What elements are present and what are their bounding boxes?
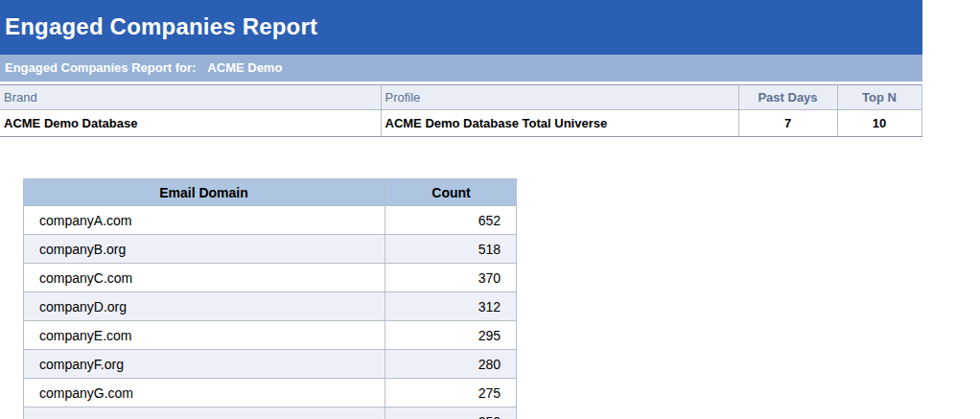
subbanner-label: Engaged Companies Report for:	[5, 60, 196, 75]
engaged-companies-table: Email Domain Count companyA.com 652 comp…	[23, 178, 517, 419]
column-header-top-n: Top N	[837, 85, 922, 110]
count-cell: 370	[385, 264, 517, 292]
page-title: Engaged Companies Report	[5, 13, 922, 41]
report-subbanner: Engaged Companies Report for:ACME Demo	[0, 55, 922, 81]
email-domain-cell: companyC.com	[24, 264, 385, 292]
top-n-value: 10	[837, 110, 922, 137]
count-cell: 275	[385, 379, 517, 407]
column-header-profile: Profile	[381, 85, 738, 110]
table-row: companyF.org 280	[24, 350, 517, 379]
count-cell: 652	[385, 206, 517, 235]
table-row-partial: 250	[24, 407, 517, 419]
count-cell: 295	[385, 321, 517, 350]
params-header-row: Brand Profile Past Days Top N	[0, 85, 922, 110]
email-domain-cell: companyE.com	[24, 321, 385, 350]
subbanner-value: ACME Demo	[207, 60, 282, 75]
count-cell: 250	[385, 407, 517, 419]
table-row: companyB.org 518	[24, 235, 517, 264]
table-row: companyD.org 312	[24, 292, 517, 321]
report-params-table: Brand Profile Past Days Top N ACME Demo …	[0, 84, 922, 137]
email-domain-cell: companyG.com	[24, 379, 385, 407]
table-row: companyC.com 370	[24, 264, 517, 292]
table-row: companyG.com 275	[24, 379, 517, 407]
count-cell: 280	[385, 350, 517, 379]
column-header-brand: Brand	[0, 85, 381, 110]
brand-value: ACME Demo Database	[0, 110, 381, 137]
count-cell: 518	[385, 235, 517, 264]
table-row: companyA.com 652	[24, 206, 517, 235]
column-header-count: Count	[385, 179, 517, 206]
report-page: Engaged Companies Report Engaged Compani…	[0, 0, 980, 419]
count-cell: 312	[385, 292, 517, 321]
results-header-row: Email Domain Count	[24, 179, 517, 206]
email-domain-cell: companyF.org	[24, 350, 385, 379]
params-data-row: ACME Demo Database ACME Demo Database To…	[0, 110, 922, 137]
email-domain-cell: companyA.com	[24, 206, 385, 235]
email-domain-cell: companyB.org	[24, 235, 385, 264]
column-header-email-domain: Email Domain	[24, 179, 385, 206]
report-banner: Engaged Companies Report	[0, 0, 922, 55]
email-domain-cell: companyD.org	[24, 292, 385, 321]
table-row: companyE.com 295	[24, 321, 517, 350]
email-domain-cell	[24, 407, 385, 419]
profile-value: ACME Demo Database Total Universe	[381, 110, 738, 137]
past-days-value: 7	[738, 110, 837, 137]
column-header-past-days: Past Days	[738, 85, 837, 110]
